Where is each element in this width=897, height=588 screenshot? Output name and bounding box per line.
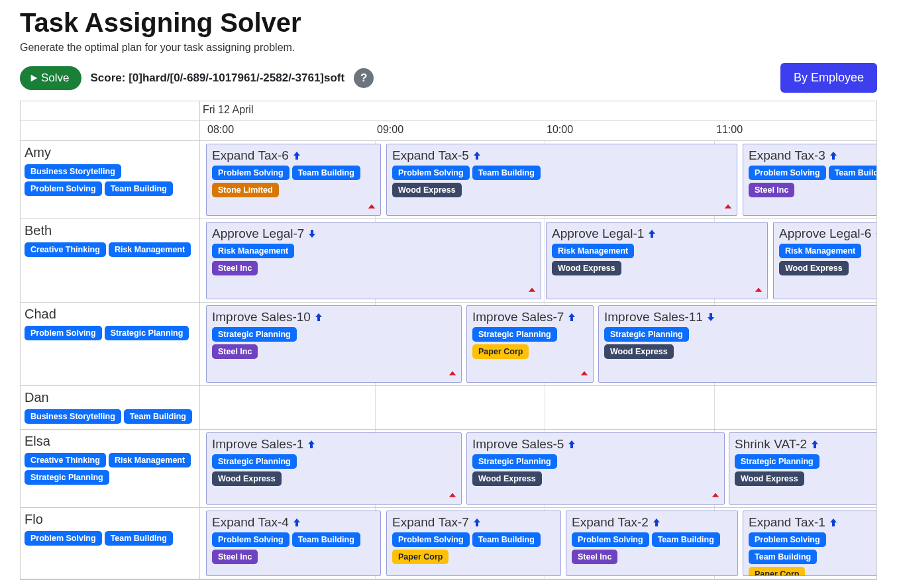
- task-skill-tag: Strategic Planning: [472, 454, 557, 469]
- date-label: Fri 12 April: [203, 104, 253, 116]
- task-title: Improve Sales-5: [472, 437, 719, 452]
- task-card[interactable]: Improve Sales-10Strategic PlanningSteel …: [206, 305, 462, 383]
- task-skill-tag: Problem Solving: [572, 532, 649, 547]
- task-card[interactable]: Approve Legal-6Risk ManagementWood Expre…: [773, 222, 877, 299]
- company-tag: Wood Express: [392, 183, 462, 197]
- employee-cell: AmyBusiness StorytellingProblem SolvingT…: [21, 141, 200, 219]
- skill-tag: Problem Solving: [25, 181, 102, 196]
- company-tag: Paper Corp: [392, 550, 448, 564]
- task-title: Improve Sales-11: [604, 310, 877, 324]
- skill-tag: Business Storytelling: [25, 164, 121, 179]
- task-card[interactable]: Expand Tax-7Problem SolvingTeam Building…: [386, 511, 561, 576]
- task-skill-tag: Team Building: [292, 166, 360, 180]
- task-card[interactable]: Approve Legal-7Risk ManagementSteel Inc: [206, 222, 541, 299]
- company-tag: Paper Corp: [472, 344, 529, 359]
- play-icon: [29, 74, 38, 83]
- arrow-up-icon: [647, 228, 657, 239]
- employee-row: AmyBusiness StorytellingProblem SolvingT…: [21, 141, 876, 219]
- employee-row: DanBusiness StorytellingTeam Building: [21, 386, 876, 430]
- task-card[interactable]: Improve Sales-1Strategic PlanningWood Ex…: [206, 432, 462, 505]
- company-tag: Wood Express: [212, 471, 282, 486]
- skill-tag: Creative Thinking: [25, 453, 106, 467]
- chevron-up-icon: [367, 202, 376, 211]
- task-card[interactable]: Expand Tax-3Problem SolvingTeam Building…: [743, 144, 877, 216]
- solve-button[interactable]: Solve: [20, 66, 81, 90]
- task-skill-tag: Strategic Planning: [212, 327, 297, 342]
- task-skill-tag: Problem Solving: [749, 532, 826, 547]
- task-title: Expand Tax-4: [212, 515, 375, 530]
- skill-tag: Team Building: [105, 531, 173, 546]
- skill-tag: Team Building: [124, 409, 192, 424]
- employee-cell: ElsaCreative ThinkingRisk ManagementStra…: [21, 430, 200, 507]
- hour-label: 11:00: [716, 124, 743, 136]
- chevron-up-icon: [711, 491, 720, 500]
- task-title: Improve Sales-7: [472, 310, 588, 324]
- task-skill-tag: Team Building: [472, 532, 541, 547]
- skill-tag: Risk Management: [109, 242, 191, 257]
- chevron-up-icon: [580, 369, 589, 378]
- date-row: Fri 12 April: [21, 101, 876, 121]
- toolbar: Solve Score: [0]hard/[0/-689/-1017961/-2…: [20, 63, 877, 93]
- hour-label: 08:00: [207, 124, 234, 136]
- chevron-up-icon: [723, 202, 733, 211]
- company-tag: Stone Limited: [212, 183, 279, 197]
- company-tag: Steel Inc: [749, 183, 794, 197]
- task-title: Improve Sales-10: [212, 310, 456, 324]
- task-skill-tag: Problem Solving: [212, 166, 290, 180]
- task-skill-tag: Risk Management: [779, 244, 861, 258]
- company-tag: Steel Inc: [572, 550, 617, 564]
- company-tag: Wood Express: [604, 344, 674, 359]
- task-card[interactable]: Expand Tax-5Problem SolvingTeam Building…: [386, 144, 737, 216]
- employee-name: Flo: [25, 512, 195, 527]
- chevron-up-icon: [448, 369, 457, 378]
- arrow-up-icon: [874, 228, 877, 239]
- company-tag: Wood Express: [779, 261, 849, 275]
- company-tag: Paper Corp: [749, 567, 805, 576]
- task-title: Expand Tax-6: [212, 148, 375, 163]
- task-skill-tag: Problem Solving: [392, 166, 470, 180]
- task-card[interactable]: Expand Tax-2Problem SolvingTeam Building…: [566, 511, 738, 576]
- arrow-up-icon: [291, 517, 302, 528]
- task-skill-tag: Risk Management: [212, 244, 294, 258]
- task-card[interactable]: Improve Sales-11Strategic PlanningWood E…: [598, 305, 877, 383]
- task-skill-tag: Team Building: [652, 532, 720, 547]
- company-tag: Steel Inc: [212, 344, 258, 359]
- help-button[interactable]: ?: [354, 68, 374, 88]
- skill-tag: Problem Solving: [25, 326, 102, 340]
- task-title: Expand Tax-7: [392, 515, 555, 530]
- schedule-grid: Fri 12 April08:0009:0010:0011:00AmyBusin…: [20, 101, 877, 580]
- employee-name: Beth: [25, 223, 195, 238]
- task-skill-tag: Strategic Planning: [735, 454, 819, 469]
- skill-tag: Risk Management: [109, 453, 191, 467]
- by-employee-button[interactable]: By Employee: [780, 63, 877, 93]
- task-card[interactable]: Shrink VAT-2Strategic PlanningWood Expre…: [729, 432, 877, 505]
- task-card[interactable]: Approve Legal-1Risk ManagementWood Expre…: [546, 222, 768, 299]
- task-skill-tag: Problem Solving: [392, 532, 470, 547]
- task-card[interactable]: Expand Tax-4Problem SolvingTeam Building…: [206, 511, 381, 576]
- task-card[interactable]: Expand Tax-1Problem SolvingTeam Building…: [743, 511, 877, 576]
- task-title: Expand Tax-2: [572, 515, 732, 530]
- arrow-down-icon: [307, 228, 317, 239]
- task-card[interactable]: Improve Sales-5Strategic PlanningWood Ex…: [466, 432, 725, 505]
- task-skill-tag: Problem Solving: [212, 532, 290, 547]
- arrow-up-icon: [810, 439, 820, 450]
- task-skill-tag: Team Building: [749, 550, 817, 564]
- arrow-up-icon: [651, 517, 662, 528]
- task-card[interactable]: Expand Tax-6Problem SolvingTeam Building…: [206, 144, 381, 216]
- skill-tag: Strategic Planning: [105, 326, 189, 340]
- task-title: Improve Sales-1: [212, 437, 456, 452]
- skill-tag: Team Building: [105, 181, 173, 196]
- solve-button-label: Solve: [41, 72, 70, 85]
- employee-name: Elsa: [25, 434, 195, 449]
- employee-cell: ChadProblem SolvingStrategic Planning: [21, 303, 200, 385]
- employee-row: BethCreative ThinkingRisk ManagementAppr…: [21, 219, 876, 303]
- employee-cell: BethCreative ThinkingRisk Management: [21, 219, 200, 302]
- skill-tag: Creative Thinking: [25, 242, 106, 257]
- chevron-up-icon: [754, 285, 763, 295]
- task-card[interactable]: Improve Sales-7Strategic PlanningPaper C…: [466, 305, 594, 383]
- task-skill-tag: Team Building: [829, 166, 877, 180]
- employee-row: ElsaCreative ThinkingRisk ManagementStra…: [21, 430, 876, 508]
- task-title: Expand Tax-5: [392, 148, 731, 163]
- company-tag: Steel Inc: [212, 261, 258, 275]
- arrow-up-icon: [472, 150, 482, 161]
